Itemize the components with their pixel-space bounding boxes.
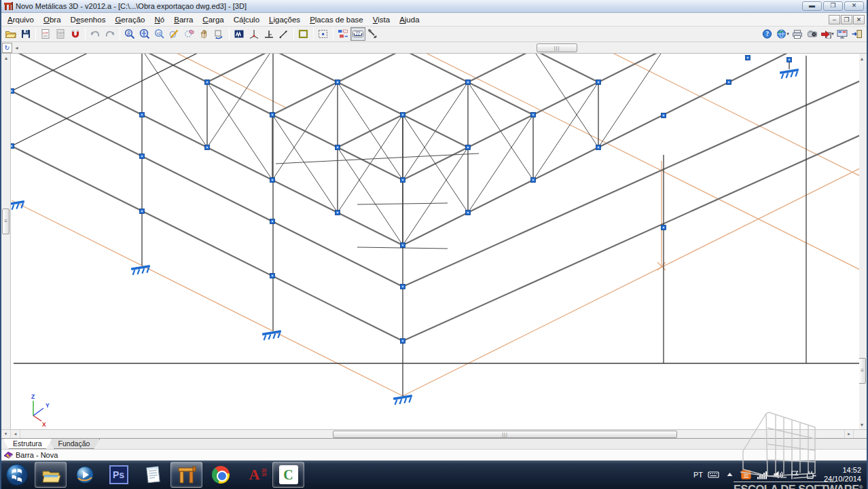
scroll-left-arrow[interactable]: ◂ xyxy=(12,43,21,53)
view-rotate-button[interactable]: ↻ xyxy=(2,43,12,53)
incline-button[interactable] xyxy=(276,27,291,41)
exit-button[interactable] xyxy=(850,27,865,41)
menu-n-[interactable]: Nó xyxy=(150,14,170,25)
keyboard-icon[interactable] xyxy=(708,469,719,480)
measure-button[interactable]: 124 xyxy=(350,27,365,41)
screen-config-button[interactable] xyxy=(835,27,850,41)
tray-time: 14:52 xyxy=(824,466,861,475)
svg-text:Z: Z xyxy=(31,393,35,400)
print-button[interactable] xyxy=(790,27,805,41)
power-plug-icon[interactable] xyxy=(806,469,817,480)
taskbar-autocad[interactable]: A2010 xyxy=(238,462,270,488)
pan-button[interactable] xyxy=(197,27,212,41)
menu-liga-es[interactable]: Ligações xyxy=(264,14,305,25)
export-save-button[interactable]: ▾ xyxy=(820,27,835,41)
command-book-icon xyxy=(3,450,14,460)
mdi-minimize-button[interactable]: – xyxy=(829,15,840,24)
start-button[interactable] xyxy=(3,461,31,488)
left-scrollbar-thumb[interactable]: ≡ xyxy=(2,209,10,234)
show-hidden-icons[interactable] xyxy=(724,469,736,480)
system-tray: PT14:5224/10/2014 xyxy=(693,460,865,489)
toolbar-separator xyxy=(313,28,314,40)
tab-estrutura[interactable]: Estrutura xyxy=(3,439,52,449)
find-window-button[interactable] xyxy=(232,27,247,41)
top-scrollbar: ↻ ◂ ||| xyxy=(1,42,867,54)
menu-c-lculo[interactable]: Cálculo xyxy=(229,14,264,25)
dwg-reference-lines xyxy=(12,54,859,396)
structure-canvas[interactable]: ZYX xyxy=(11,54,859,429)
capture-magnet-button[interactable] xyxy=(68,27,83,41)
zoom-extents-button[interactable] xyxy=(137,27,152,41)
tray-language[interactable]: PT xyxy=(693,471,703,479)
zoom-delete-button[interactable] xyxy=(182,27,197,41)
undo-button[interactable] xyxy=(88,27,103,41)
tray-clock[interactable]: 14:5224/10/2014 xyxy=(824,466,861,484)
volume-icon[interactable] xyxy=(773,469,784,480)
sheet-tabs: EstruturaFundação xyxy=(1,438,867,449)
status-text: Barra - Nova xyxy=(16,451,58,459)
top-scrollbar-thumb[interactable]: ||| xyxy=(537,43,577,52)
menu-placas-de-base[interactable]: Placas de base xyxy=(305,14,368,25)
node-axes-button[interactable] xyxy=(247,27,261,41)
menu-obra[interactable]: Obra xyxy=(39,14,66,25)
menu-ajuda[interactable]: Ajuda xyxy=(395,14,424,25)
redo-button[interactable] xyxy=(103,27,117,41)
taskbar-explorer[interactable] xyxy=(35,462,67,488)
network-signal-icon[interactable] xyxy=(757,469,768,480)
print-preview-button[interactable] xyxy=(805,27,820,41)
structure-nodes xyxy=(11,54,792,344)
mdi-restore-button[interactable]: ❐ xyxy=(841,15,852,24)
menu-carga[interactable]: Carga xyxy=(198,14,228,25)
dropdown-arrow-icon[interactable]: ▾ xyxy=(786,31,789,37)
svg-text:DWG: DWG xyxy=(58,31,65,35)
action-center-flag-icon[interactable] xyxy=(789,469,801,480)
zoom-window-button[interactable] xyxy=(167,27,182,41)
svg-text:Y: Y xyxy=(46,402,50,409)
taskbar-chrome[interactable] xyxy=(204,462,236,488)
svg-text:X: X xyxy=(42,421,46,428)
app-icon xyxy=(4,2,13,10)
orbit-button[interactable] xyxy=(212,27,227,41)
menu-vista[interactable]: Vista xyxy=(368,14,395,25)
right-scrollbar-thumb[interactable]: ≡ xyxy=(858,358,866,384)
export-dxf-button[interactable]: DXF xyxy=(38,27,53,41)
zoom-x2-button[interactable]: x2 xyxy=(152,27,167,41)
structure-members xyxy=(12,54,859,341)
close-button[interactable]: ✕ xyxy=(844,1,864,11)
layer-config-button[interactable] xyxy=(336,27,350,41)
menu-arquivo[interactable]: Arquivo xyxy=(3,14,39,25)
app-window: Novo Metálicas 3D - v2012.a - [C:\...\Ob… xyxy=(0,0,868,489)
structure-viewport[interactable]: ZYX xyxy=(11,54,859,429)
menu-barra[interactable]: Barra xyxy=(169,14,198,25)
scroll-up-arrow[interactable]: ▴ xyxy=(1,55,11,61)
left-scrollbar: ▴ ≡ xyxy=(1,54,11,429)
taskbar-metalicas[interactable] xyxy=(170,462,202,488)
save-button[interactable] xyxy=(18,27,33,41)
dropdown-arrow-icon[interactable]: ▾ xyxy=(831,31,834,37)
ortho-box-button[interactable] xyxy=(296,27,311,41)
taskbar-camtasia[interactable]: C xyxy=(272,462,304,488)
web-services-button[interactable]: ▾ xyxy=(775,27,790,41)
scroll-right-arrow-bottom[interactable]: ▸ xyxy=(844,430,854,438)
scroll-left-arrow-bottom[interactable]: ◂ xyxy=(11,430,20,438)
zoom-previous-button[interactable]: R xyxy=(122,27,137,41)
snap-grid-button[interactable] xyxy=(316,27,331,41)
mdi-close-button[interactable]: ✕ xyxy=(853,15,865,24)
taskbar-photoshop[interactable]: Ps xyxy=(103,462,134,488)
perpendicular-button[interactable] xyxy=(261,27,276,41)
workspace: ↻ ◂ ||| ▴ ≡ ▴ ≡ ▾ ZYX ESCOLA DE xyxy=(1,42,867,429)
export-dwg-button[interactable]: DWG xyxy=(53,27,68,41)
open-button[interactable] xyxy=(3,27,18,41)
menu-desenhos[interactable]: Desenhos xyxy=(66,14,111,25)
taskbar-media-player[interactable] xyxy=(69,462,101,488)
bottom-scrollbar-thumb[interactable]: ||| xyxy=(333,431,677,438)
java-icon[interactable] xyxy=(740,469,752,480)
minimize-button[interactable]: ▬ xyxy=(802,1,822,11)
tab-funda-o[interactable]: Fundação xyxy=(48,439,101,449)
restore-button[interactable]: ❐ xyxy=(823,1,843,11)
taskbar-notepad[interactable] xyxy=(137,462,168,488)
menu-gera-o[interactable]: Geração xyxy=(110,14,149,25)
scroll-down-arrow-left[interactable]: ▾ xyxy=(1,430,11,438)
help-button[interactable]: ? xyxy=(760,27,775,41)
tools-button[interactable] xyxy=(365,27,380,41)
